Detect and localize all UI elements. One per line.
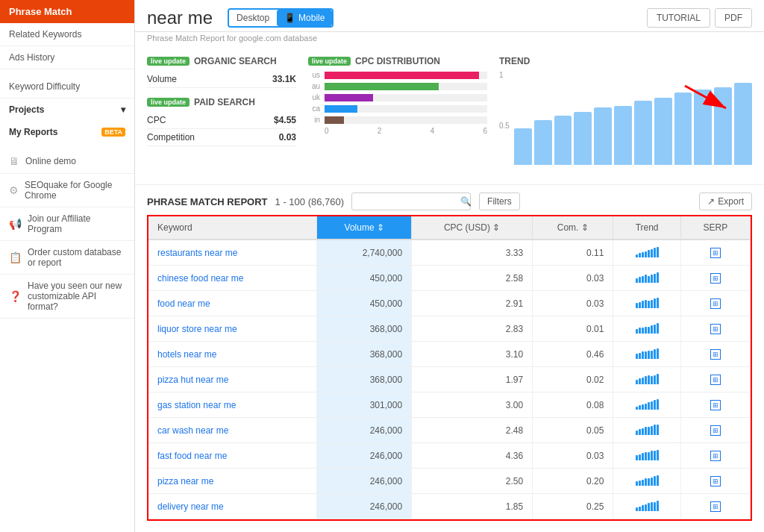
search-input[interactable] [351, 193, 471, 210]
keyword-link[interactable]: pizza hut near me [157, 375, 228, 385]
sidebar-item-api[interactable]: ❓ Have you seen our new customizable API… [0, 275, 134, 319]
serp-icon[interactable]: ⊞ [710, 349, 721, 360]
col-com[interactable]: Com. ⇕ [533, 216, 613, 240]
serp-icon[interactable]: ⊞ [710, 273, 721, 284]
cpc-bar-row: ca [308, 104, 487, 113]
keyword-link[interactable]: delivery near me [157, 501, 224, 512]
serp-icon[interactable]: ⊞ [710, 451, 721, 461]
keyword-cell: chinese food near me [148, 266, 317, 291]
tutorial-button[interactable]: TUTORIAL [647, 8, 710, 28]
keyword-link[interactable]: chinese food near me [157, 273, 243, 284]
cpc-bar-row: au [308, 82, 487, 90]
top-bar: near me Desktop 📱 Mobile TUTORIAL PDF [135, 0, 764, 32]
paid-search-title: live update PAID SEARCH [147, 97, 296, 107]
cpc-cell: 2.91 [412, 291, 533, 316]
cpc-distribution-title: live update CPC DISTRIBUTION [308, 56, 487, 66]
report-count: 1 - 100 (86,760) [275, 196, 345, 207]
desktop-button[interactable]: Desktop [229, 10, 277, 26]
cpc-bar-row: us [308, 71, 487, 79]
serp-icon[interactable]: ⊞ [710, 375, 721, 385]
com-cell: 0.03 [533, 266, 613, 291]
table-row: hotels near me368,0003.100.46⊞ [148, 342, 751, 367]
serp-icon[interactable]: ⊞ [710, 248, 721, 258]
organic-search-title: live update ORGANIC SEARCH [147, 56, 296, 66]
cpc-cell: 2.50 [412, 469, 533, 494]
serp-cell[interactable]: ⊞ [680, 392, 750, 418]
trend-bars [514, 71, 752, 168]
trend-bar [554, 116, 572, 165]
trend-bar [634, 101, 652, 165]
serp-cell[interactable]: ⊞ [680, 316, 750, 342]
export-icon: ↗ [707, 196, 715, 207]
keyword-link[interactable]: food near me [157, 298, 210, 309]
serp-cell[interactable]: ⊞ [680, 469, 750, 494]
chevron-down-icon: ▾ [121, 104, 125, 115]
volume-row: Volume 33.1K [147, 71, 296, 88]
trend-mini-cell [613, 392, 680, 418]
volume-cell: 368,000 [317, 367, 412, 392]
sidebar-projects[interactable]: Projects ▾ [0, 98, 134, 121]
serp-icon[interactable]: ⊞ [710, 425, 721, 436]
keyword-link[interactable]: hotels near me [157, 349, 216, 360]
keyword-link[interactable]: fast food near me [157, 451, 227, 461]
serp-cell[interactable]: ⊞ [680, 342, 750, 367]
cpc-row: CPC $4.55 [147, 112, 296, 129]
com-cell: 0.25 [533, 494, 613, 519]
keyword-cell: pizza near me [148, 469, 317, 494]
keyword-link[interactable]: gas station near me [157, 400, 236, 410]
sidebar-item-seoquake[interactable]: ⚙ SEOquake for Google Chrome [0, 174, 134, 207]
sidebar-item-affiliate[interactable]: 📢 Join our Affiliate Program [0, 207, 134, 241]
sidebar-item-ads-history[interactable]: Ads History [0, 46, 134, 69]
serp-icon[interactable]: ⊞ [710, 400, 721, 410]
trend-bar [714, 87, 732, 166]
col-volume[interactable]: Volume ⇕ [317, 216, 412, 240]
serp-cell[interactable]: ⊞ [680, 418, 750, 443]
trend-mini-cell [613, 266, 680, 291]
col-serp: SERP [680, 216, 750, 240]
keyword-cell: restaurants near me [148, 240, 317, 266]
serp-icon[interactable]: ⊞ [710, 324, 721, 334]
organic-search-box: live update ORGANIC SEARCH Volume 33.1K … [147, 56, 296, 175]
keyword-link[interactable]: car wash near me [157, 425, 228, 436]
com-cell: 0.03 [533, 443, 613, 469]
sidebar-item-phrase-match[interactable]: Phrase Match [0, 0, 134, 23]
keyword-link[interactable]: restaurants near me [157, 248, 237, 258]
question-icon: ❓ [9, 290, 22, 302]
trend-bar [734, 83, 752, 165]
serp-icon[interactable]: ⊞ [710, 501, 721, 512]
table-header-row: Keyword Volume ⇕ CPC (USD) ⇕ Com. ⇕ Tren… [148, 216, 751, 240]
export-button[interactable]: ↗ Export [699, 193, 752, 210]
cpc-cell: 3.33 [412, 240, 533, 266]
serp-cell[interactable]: ⊞ [680, 291, 750, 316]
col-cpc[interactable]: CPC (USD) ⇕ [412, 216, 533, 240]
serp-cell[interactable]: ⊞ [680, 367, 750, 392]
cpc-cell: 2.83 [412, 316, 533, 342]
serp-icon[interactable]: ⊞ [710, 298, 721, 309]
serp-icon[interactable]: ⊞ [710, 476, 721, 486]
sidebar-item-order-db[interactable]: 📋 Order custom database or report [0, 241, 134, 275]
sidebar-item-keyword-difficulty[interactable]: Keyword Difficulty [0, 75, 134, 98]
col-keyword[interactable]: Keyword [148, 216, 317, 240]
table-row: delivery near me246,0001.850.25⊞ [148, 494, 751, 519]
keyword-link[interactable]: liquor store near me [157, 324, 237, 334]
trend-title: TREND [499, 56, 752, 66]
volume-cell: 450,000 [317, 291, 412, 316]
sidebar-my-reports[interactable]: My Reports BETA [0, 121, 134, 143]
table-row: chinese food near me450,0002.580.03⊞ [148, 266, 751, 291]
com-cell: 0.46 [533, 342, 613, 367]
sidebar-item-online-demo[interactable]: 🖥 Online demo [0, 149, 134, 174]
megaphone-icon: 📢 [9, 218, 22, 230]
serp-cell[interactable]: ⊞ [680, 266, 750, 291]
serp-cell[interactable]: ⊞ [680, 240, 750, 266]
cpc-cell: 4.36 [412, 443, 533, 469]
serp-cell[interactable]: ⊞ [680, 443, 750, 469]
cpc-x-axis: 0246 [308, 127, 487, 135]
pdf-button[interactable]: PDF [715, 8, 752, 28]
filters-button[interactable]: Filters [479, 193, 520, 210]
trend-bar [534, 120, 552, 166]
serp-cell[interactable]: ⊞ [680, 494, 750, 519]
sidebar-item-related-keywords[interactable]: Related Keywords [0, 23, 134, 46]
keyword-link[interactable]: pizza near me [157, 476, 213, 486]
cpc-distribution-box: live update CPC DISTRIBUTION us au uk ca [308, 56, 487, 175]
mobile-button[interactable]: 📱 Mobile [277, 10, 332, 26]
